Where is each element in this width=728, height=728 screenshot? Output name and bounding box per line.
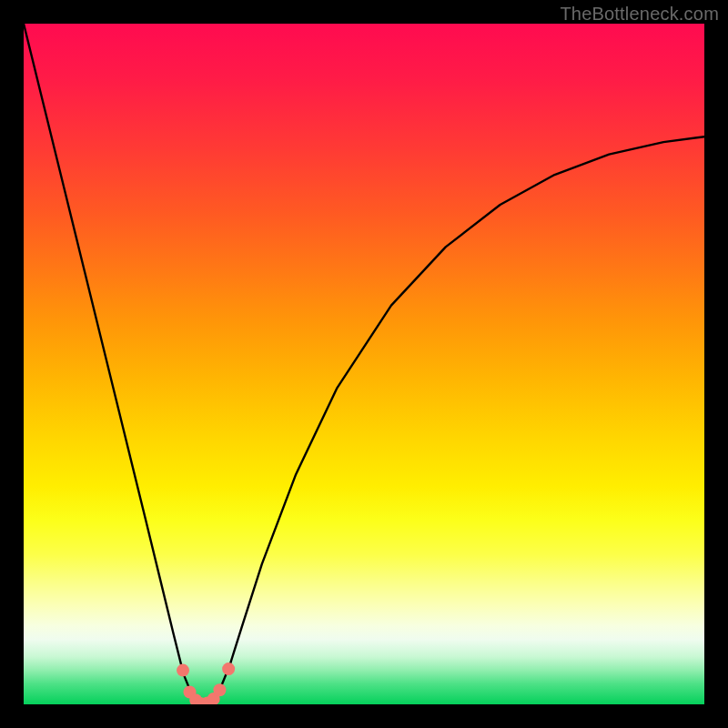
highlight-dot bbox=[177, 664, 189, 677]
curve-overlay bbox=[24, 24, 704, 704]
highlight-dot bbox=[222, 662, 235, 675]
bottleneck-curve bbox=[24, 24, 704, 704]
plot-frame bbox=[24, 24, 704, 704]
highlight-dot bbox=[213, 683, 226, 696]
attribution-text: TheBottleneck.com bbox=[560, 4, 719, 25]
chart-container: TheBottleneck.com bbox=[0, 0, 728, 728]
